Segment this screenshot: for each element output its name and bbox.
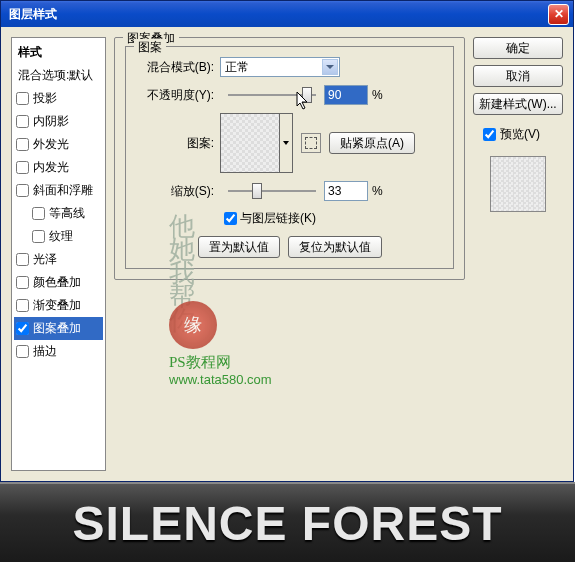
- style-item[interactable]: 渐变叠加: [14, 294, 103, 317]
- link-checkbox-input[interactable]: [224, 212, 237, 225]
- style-item-checkbox[interactable]: [16, 92, 29, 105]
- blend-mode-value: 正常: [225, 59, 249, 76]
- inner-title: 图案: [134, 39, 166, 56]
- reset-default-button[interactable]: 复位为默认值: [288, 236, 382, 258]
- blend-mode-select[interactable]: 正常: [220, 57, 340, 77]
- preview-checkbox-input[interactable]: [483, 128, 496, 141]
- dialog-body: 样式 混合选项:默认 投影内阴影外发光内发光斜面和浮雕等高线纹理光泽颜色叠加渐变…: [1, 27, 573, 481]
- preview-checkbox[interactable]: 预览(V): [479, 125, 563, 144]
- style-item-checkbox[interactable]: [16, 276, 29, 289]
- scale-label: 缩放(S):: [136, 183, 214, 200]
- style-item-label: 纹理: [49, 228, 73, 245]
- style-item-checkbox[interactable]: [16, 253, 29, 266]
- style-item-label: 内阴影: [33, 113, 69, 130]
- pattern-overlay-group: 图案叠加 图案 混合模式(B): 正常 不透明度(Y):: [114, 37, 465, 280]
- style-item-label: 斜面和浮雕: [33, 182, 93, 199]
- cancel-button[interactable]: 取消: [473, 65, 563, 87]
- style-item[interactable]: 纹理: [14, 225, 103, 248]
- blend-mode-label: 混合模式(B):: [136, 59, 214, 76]
- style-item[interactable]: 投影: [14, 87, 103, 110]
- center-panel: 图案叠加 图案 混合模式(B): 正常 不透明度(Y):: [114, 37, 465, 471]
- window-title: 图层样式: [5, 6, 548, 23]
- styles-header[interactable]: 样式: [14, 41, 103, 64]
- watermark-url: www.tata580.com: [169, 372, 272, 387]
- style-item-checkbox[interactable]: [16, 345, 29, 358]
- chevron-down-icon: [322, 59, 338, 75]
- style-item[interactable]: 等高线: [14, 202, 103, 225]
- style-item[interactable]: 斜面和浮雕: [14, 179, 103, 202]
- preview-swatch: [490, 156, 546, 212]
- opacity-input[interactable]: [324, 85, 368, 105]
- scale-input[interactable]: [324, 181, 368, 201]
- banner-text: SILENCE FOREST: [72, 496, 502, 551]
- new-style-button[interactable]: 新建样式(W)...: [473, 93, 563, 115]
- slider-thumb[interactable]: [252, 183, 262, 199]
- style-item-label: 颜色叠加: [33, 274, 81, 291]
- style-item[interactable]: 内阴影: [14, 110, 103, 133]
- scale-percent: %: [372, 184, 383, 198]
- pattern-inner-group: 图案 混合模式(B): 正常 不透明度(Y):: [125, 46, 454, 269]
- style-item[interactable]: 内发光: [14, 156, 103, 179]
- bottom-banner: SILENCE FOREST: [0, 482, 575, 562]
- style-item-checkbox[interactable]: [16, 161, 29, 174]
- style-item[interactable]: 描边: [14, 340, 103, 363]
- blending-options-item[interactable]: 混合选项:默认: [14, 64, 103, 87]
- scale-slider[interactable]: [228, 190, 316, 192]
- style-item[interactable]: 外发光: [14, 133, 103, 156]
- style-item[interactable]: 光泽: [14, 248, 103, 271]
- style-item-label: 外发光: [33, 136, 69, 153]
- defaults-row: 置为默认值 复位为默认值: [136, 236, 443, 258]
- style-item-label: 等高线: [49, 205, 85, 222]
- link-with-layer-checkbox[interactable]: 与图层链接(K): [220, 209, 316, 228]
- styles-list-panel: 样式 混合选项:默认 投影内阴影外发光内发光斜面和浮雕等高线纹理光泽颜色叠加渐变…: [11, 37, 106, 471]
- pattern-swatch[interactable]: [220, 113, 280, 173]
- layer-style-dialog: 图层样式 ✕ 样式 混合选项:默认 投影内阴影外发光内发光斜面和浮雕等高线纹理光…: [0, 0, 574, 482]
- make-default-button[interactable]: 置为默认值: [198, 236, 280, 258]
- opacity-row: 不透明度(Y): %: [136, 85, 443, 105]
- style-item-label: 图案叠加: [33, 320, 81, 337]
- pattern-row: 图案: 贴紧原点(A): [136, 113, 443, 173]
- watermark-seal-icon: 缘: [169, 301, 217, 349]
- link-label: 与图层链接(K): [240, 210, 316, 227]
- pattern-dropdown-arrow[interactable]: [280, 113, 293, 173]
- style-item-label: 投影: [33, 90, 57, 107]
- scale-row: 缩放(S): %: [136, 181, 443, 201]
- style-item-checkbox[interactable]: [16, 184, 29, 197]
- opacity-slider[interactable]: [228, 94, 316, 96]
- style-item-checkbox[interactable]: [16, 138, 29, 151]
- watermark-site-name: PS教程网: [169, 353, 272, 372]
- opacity-label: 不透明度(Y):: [136, 87, 214, 104]
- right-panel: 确定 取消 新建样式(W)... 预览(V): [473, 37, 563, 471]
- slider-thumb[interactable]: [302, 87, 312, 103]
- blend-mode-row: 混合模式(B): 正常: [136, 57, 443, 77]
- style-item-checkbox[interactable]: [16, 115, 29, 128]
- titlebar: 图层样式 ✕: [1, 1, 573, 27]
- snap-to-origin-button[interactable]: 贴紧原点(A): [329, 132, 415, 154]
- new-preset-button[interactable]: [301, 133, 321, 153]
- style-item-label: 描边: [33, 343, 57, 360]
- preview-label: 预览(V): [500, 126, 540, 143]
- style-item-label: 渐变叠加: [33, 297, 81, 314]
- style-item[interactable]: 图案叠加: [14, 317, 103, 340]
- close-button[interactable]: ✕: [548, 4, 569, 25]
- style-item-label: 光泽: [33, 251, 57, 268]
- opacity-percent: %: [372, 88, 383, 102]
- style-item[interactable]: 颜色叠加: [14, 271, 103, 294]
- ok-button[interactable]: 确定: [473, 37, 563, 59]
- style-item-checkbox[interactable]: [16, 322, 29, 335]
- style-item-checkbox[interactable]: [32, 207, 45, 220]
- style-item-checkbox[interactable]: [16, 299, 29, 312]
- style-item-checkbox[interactable]: [32, 230, 45, 243]
- pattern-label: 图案:: [136, 135, 214, 152]
- link-row: 与图层链接(K): [136, 209, 443, 228]
- style-item-label: 内发光: [33, 159, 69, 176]
